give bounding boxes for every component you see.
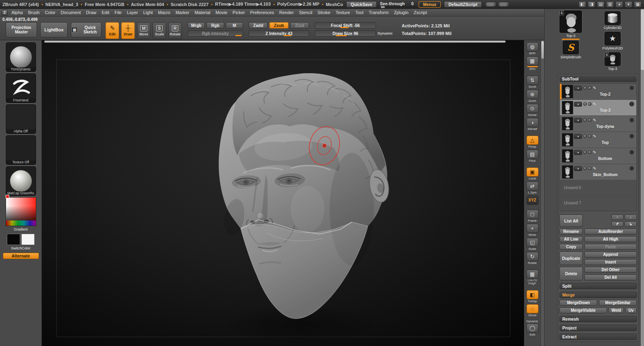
duplicate-button[interactable]: Duplicate: [559, 251, 583, 265]
shelf-polyf-button[interactable]: ▦Line-FillPolyF: [526, 270, 539, 285]
mode-draw-button[interactable]: ┼Draw: [121, 22, 135, 39]
shelf-local-button[interactable]: ▣Local: [526, 167, 539, 180]
toggle-dot-icon[interactable]: [583, 102, 587, 106]
visibility-eye-icon[interactable]: ●: [574, 118, 582, 123]
split-section-header[interactable]: Split: [559, 283, 637, 289]
canvas-viewport[interactable]: [42, 40, 524, 346]
menu-draw[interactable]: Draw: [83, 10, 99, 15]
document-export-icon[interactable]: ▥: [606, 1, 614, 8]
subtool-arrow-button-3[interactable]: ↳: [625, 221, 637, 227]
menu-preferences[interactable]: Preferences: [248, 10, 277, 15]
menu-macro[interactable]: Macro: [155, 10, 173, 15]
menu-zplugin[interactable]: Zplugin: [391, 10, 411, 15]
paint-brush-icon[interactable]: ✎: [593, 86, 596, 90]
current-stroke-button[interactable]: FreeHand: [6, 73, 36, 103]
shelf-floor-button[interactable]: ▤Floor: [526, 150, 539, 163]
visibility-eye-icon[interactable]: ●: [574, 102, 582, 107]
alternate-button[interactable]: Alternate: [3, 253, 39, 259]
tool-thumb-top-3[interactable]: 6Top-3: [605, 52, 621, 71]
secondary-color-swatch[interactable]: [21, 234, 35, 245]
gradient-label[interactable]: Gradient: [14, 227, 28, 231]
scrollbar-thumb[interactable]: [541, 41, 544, 59]
toggle-dot-icon[interactable]: [583, 167, 587, 170]
z-intensity-slider[interactable]: Z Intensity 43: [249, 30, 309, 37]
focal-shift-slider[interactable]: Focal Shift -56: [315, 22, 376, 29]
append-button[interactable]: Append: [584, 251, 637, 257]
shelf-aahalf-button[interactable]: ◑AAHalf: [526, 118, 539, 131]
zscript-slider-1[interactable]: ||||): [498, 2, 509, 7]
menu-stroke[interactable]: Stroke: [315, 10, 333, 15]
menu-marker[interactable]: Marker: [173, 10, 192, 15]
rgb-toggle[interactable]: Rgb: [206, 22, 224, 29]
remesh-section-header[interactable]: Remesh: [559, 316, 637, 322]
mode-scale-button[interactable]: SScale: [153, 22, 166, 39]
shelf-scale-button[interactable]: ◱Scale: [526, 238, 539, 251]
eye-icon[interactable]: [629, 150, 634, 155]
menus-button[interactable]: Menus: [419, 1, 441, 8]
extract-section-header[interactable]: Extract: [559, 334, 637, 340]
copy-button[interactable]: Copy: [559, 244, 583, 250]
subtool-row-bottom[interactable]: ●✎Bottom: [560, 148, 636, 164]
eye-icon[interactable]: [629, 134, 634, 139]
menu-zscript[interactable]: Zscript: [411, 10, 429, 15]
zsub-toggle[interactable]: Zsub: [269, 22, 288, 29]
rename-button[interactable]: Rename: [559, 229, 583, 235]
del-all-button[interactable]: Del All: [584, 274, 637, 280]
projection-master-button[interactable]: Projection Master: [6, 22, 37, 37]
current-material-button[interactable]: MatCap GreenRo: [6, 166, 36, 196]
active-tool-thumb[interactable]: 6: [559, 10, 582, 33]
delete-button[interactable]: Delete: [559, 267, 583, 280]
mergedown-button[interactable]: MergeDown: [559, 300, 597, 306]
draw-size-slider[interactable]: Draw Size 96: [315, 30, 376, 37]
document-save-icon[interactable]: ◨: [588, 1, 595, 8]
menu-material[interactable]: Material: [192, 10, 213, 15]
menu-layer[interactable]: Layer: [124, 10, 141, 15]
see-through-thumb[interactable]: [381, 6, 385, 8]
switch-color-widget[interactable]: [7, 234, 35, 245]
menu-brush[interactable]: Brush: [25, 10, 42, 15]
tool-thumb-simplebrush[interactable]: SSimpleBrush: [560, 41, 581, 59]
menu-document[interactable]: Document: [58, 10, 83, 15]
current-texture-button[interactable]: Texture Off: [6, 135, 36, 165]
visibility-eye-icon[interactable]: ●: [574, 134, 582, 139]
see-through-slider[interactable]: See-through 0: [380, 1, 415, 8]
subtool-row-skin-bottom[interactable]: ●✎Skin_Bottom: [560, 164, 636, 180]
menu-texture[interactable]: Texture: [333, 10, 353, 15]
shelf-move-button[interactable]: +Move: [526, 224, 539, 237]
eye-icon[interactable]: [629, 85, 634, 91]
tool-thumb-polymesh3d[interactable]: ★PolyMesh3D: [602, 32, 623, 50]
subtool-palette-header[interactable]: SubTool: [559, 76, 637, 82]
current-brush-button[interactable]: TrimDynamic: [6, 42, 36, 72]
paint-brush-icon[interactable]: ✎: [593, 134, 596, 138]
menu-render[interactable]: Render: [277, 10, 296, 15]
subtool-row-top-3[interactable]: ●✎Top-3: [560, 100, 636, 116]
project-section-header[interactable]: Project: [559, 325, 637, 331]
m-toggle[interactable]: M: [226, 22, 243, 29]
tool-thumb-cylinder3d[interactable]: Cylinder3D: [604, 11, 622, 30]
window-scrollbar-thumb[interactable]: [641, 10, 644, 70]
shelf-ghost-button[interactable]: ◌Ghost: [526, 304, 539, 317]
toggle-dot-icon[interactable]: [583, 134, 587, 138]
autoreorder-button[interactable]: AutoReorder: [584, 229, 637, 235]
shelf-frame-button[interactable]: ◻Frame: [526, 210, 539, 222]
main-color-swatch[interactable]: [7, 234, 20, 245]
toggle-dot-icon[interactable]: [588, 102, 592, 106]
visibility-eye-icon[interactable]: ●: [574, 86, 582, 91]
toggle-dot-icon[interactable]: [583, 86, 587, 90]
current-alpha-button[interactable]: Alpha Off: [6, 104, 36, 134]
list-all-button[interactable]: List All: [559, 214, 583, 227]
shelf-transp-button[interactable]: ◧Transp: [526, 290, 539, 303]
shelf-l-sym-button[interactable]: ⇄L.Sym: [526, 181, 539, 194]
mergesimilar-button[interactable]: MergeSimilar: [599, 300, 637, 306]
menu-color[interactable]: Color: [42, 10, 58, 15]
window-scrollbar[interactable]: [641, 9, 644, 346]
defaultzscript-button[interactable]: DefaultZScript: [444, 1, 482, 8]
menu-picker[interactable]: Picker: [230, 10, 248, 15]
mrgb-toggle[interactable]: Mrgb: [188, 22, 205, 29]
see-through-track[interactable]: [380, 6, 415, 8]
collapse-tray-icon[interactable]: ▾: [625, 1, 632, 8]
mode-rotate-button[interactable]: RRotate: [168, 22, 182, 39]
menu-file[interactable]: File: [112, 10, 124, 15]
toggle-dot-icon[interactable]: [588, 150, 592, 154]
paint-brush-icon[interactable]: ✎: [593, 167, 596, 171]
